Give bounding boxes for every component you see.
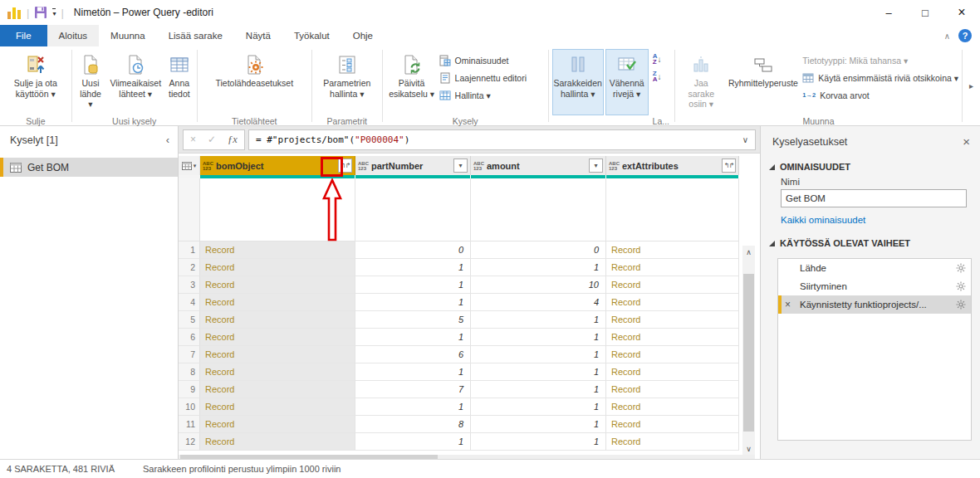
cell-partNumber[interactable]: 0 <box>355 241 471 259</box>
cell-bomObject[interactable]: Record <box>200 259 355 276</box>
cell-amount[interactable]: 1 <box>471 398 606 416</box>
recent-sources-button[interactable]: Viimeaikaiset lähteet ▾ <box>107 49 164 115</box>
cell-bomObject[interactable]: Record <box>200 311 355 329</box>
filter-dropdown-icon[interactable]: ▾ <box>453 159 468 173</box>
cell-bomObject[interactable]: Record <box>200 294 355 311</box>
ribbon-overflow-icon[interactable]: ▸ <box>963 46 980 125</box>
column-header-partNumber[interactable]: ABC123 partNumber ▾ <box>355 156 471 175</box>
cell-extAttributes[interactable]: Record <box>606 294 739 311</box>
cell-amount[interactable]: 1 <box>471 416 606 433</box>
advanced-editor-button[interactable]: Laajennettu editori <box>439 71 527 85</box>
cell-extAttributes[interactable]: Record <box>606 329 739 346</box>
enter-data-button[interactable]: Anna tiedot <box>165 49 194 115</box>
close-pane-icon[interactable]: × <box>963 134 970 149</box>
cell-amount[interactable]: 4 <box>471 294 606 311</box>
cell-partNumber[interactable]: 8 <box>355 416 471 433</box>
split-column-button[interactable]: Jaa sarake osiin ▾ <box>679 49 723 115</box>
minimize-button[interactable]: – <box>870 0 907 25</box>
scroll-up-icon[interactable]: ∧ <box>742 246 755 258</box>
collapse-pane-icon[interactable]: ‹ <box>166 134 169 146</box>
tab-ohje[interactable]: Ohje <box>341 25 385 46</box>
cell-extAttributes[interactable]: Record <box>606 259 739 276</box>
expand-column-icon[interactable]: ↰↱ <box>722 159 736 173</box>
cell-bomObject[interactable]: Record <box>200 363 355 381</box>
data-source-settings-button[interactable]: Tietolähdeasetukset <box>201 49 307 115</box>
tab-nayta[interactable]: Näytä <box>234 25 282 46</box>
group-by-button[interactable]: Ryhmittelyperuste <box>726 49 801 115</box>
cell-extAttributes[interactable]: Record <box>606 381 739 398</box>
scroll-down-icon[interactable]: ∨ <box>742 442 755 455</box>
filter-dropdown-icon[interactable]: ▾ <box>589 159 603 173</box>
reduce-rows-button[interactable]: Vähennä rivejä ▾ <box>605 49 649 115</box>
cell-partNumber[interactable]: 7 <box>355 381 471 398</box>
cancel-entry-icon[interactable]: × <box>190 134 196 145</box>
gear-icon[interactable] <box>956 300 966 310</box>
cell-extAttributes[interactable]: Record <box>606 276 739 294</box>
cell-extAttributes[interactable]: Record <box>606 433 739 451</box>
cell-amount[interactable]: 1 <box>471 346 606 363</box>
cell-bomObject[interactable]: Record <box>200 416 355 433</box>
applied-step[interactable]: Siirtyminen <box>778 277 971 295</box>
vertical-scrollbar[interactable]: ∧ ∨ <box>742 246 755 455</box>
gear-icon[interactable] <box>956 263 966 273</box>
data-type-icon[interactable]: ABC123 <box>358 161 369 171</box>
cell-partNumber[interactable]: 1 <box>355 398 471 416</box>
use-first-row-as-headers-button[interactable]: Käytä ensimmäistä riviä otsikkoina ▾ <box>802 71 958 85</box>
data-type-icon[interactable]: ABC123 <box>609 161 620 171</box>
tab-file[interactable]: File <box>0 25 47 46</box>
cell-amount[interactable]: 1 <box>471 433 606 451</box>
replace-values-button[interactable]: 1→2 Korvaa arvot <box>802 88 958 102</box>
tab-muunna[interactable]: Muunna <box>99 25 157 46</box>
save-icon[interactable] <box>34 6 47 19</box>
cell-extAttributes[interactable]: Record <box>606 241 739 259</box>
query-list-item[interactable]: Get BOM <box>0 158 178 177</box>
cell-partNumber[interactable]: 1 <box>355 363 471 381</box>
tab-tyokalut[interactable]: Työkalut <box>282 25 341 46</box>
formula-input[interactable]: = #"projects/bom"("P000004") ∨ <box>248 129 756 150</box>
commit-entry-icon[interactable]: ✓ <box>208 134 216 145</box>
cell-partNumber[interactable]: 6 <box>355 346 471 363</box>
maximize-button[interactable]: □ <box>907 0 943 25</box>
data-type-icon[interactable]: ABC123 <box>473 161 484 171</box>
sort-descending-icon[interactable]: ZA ↓ <box>653 71 662 82</box>
collapse-ribbon-icon[interactable]: ∧ <box>944 32 950 41</box>
applied-step[interactable]: Lähde <box>778 259 971 277</box>
cell-bomObject[interactable]: Record <box>200 433 355 451</box>
tab-aloitus[interactable]: Aloitus <box>47 25 100 46</box>
cell-partNumber[interactable]: 1 <box>355 433 471 451</box>
column-header-amount[interactable]: ABC123 amount ▾ <box>471 156 606 175</box>
delete-step-icon[interactable]: × <box>785 299 791 310</box>
cell-extAttributes[interactable]: Record <box>606 363 739 381</box>
tab-lisaa-sarake[interactable]: Lisää sarake <box>157 25 234 46</box>
data-type-button[interactable]: Tietotyyppi: Mikä tahansa ▾ <box>802 53 958 67</box>
cell-amount[interactable]: 1 <box>471 363 606 381</box>
refresh-preview-button[interactable]: Päivitä esikatselu ▾ <box>386 49 438 115</box>
scrollbar-thumb[interactable] <box>743 274 754 432</box>
cell-amount[interactable]: 1 <box>471 259 606 276</box>
sort-ascending-icon[interactable]: AZ ↓ <box>653 53 662 65</box>
manage-button[interactable]: Hallinta ▾ <box>439 88 527 102</box>
close-and-apply-button[interactable]: Sulje ja ota käyttöön ▾ <box>6 49 66 115</box>
cell-partNumber[interactable]: 1 <box>355 329 471 346</box>
cell-bomObject[interactable]: Record <box>200 276 355 294</box>
all-properties-link[interactable]: Kaikki ominaisuudet <box>761 207 980 227</box>
cell-bomObject[interactable]: Record <box>200 329 355 346</box>
cell-extAttributes[interactable]: Record <box>606 346 739 363</box>
cell-amount[interactable]: 0 <box>471 241 606 259</box>
cell-partNumber[interactable]: 5 <box>355 311 471 329</box>
table-corner-button[interactable]: ▾ <box>179 156 200 175</box>
close-button[interactable]: × <box>943 0 980 25</box>
cell-extAttributes[interactable]: Record <box>606 311 739 329</box>
cell-amount[interactable]: 1 <box>471 381 606 398</box>
manage-columns-button[interactable]: Sarakkeiden hallinta ▾ <box>552 49 604 115</box>
cell-bomObject[interactable]: Record <box>200 381 355 398</box>
properties-button[interactable]: Ominaisuudet <box>439 53 527 67</box>
cell-partNumber[interactable]: 1 <box>355 259 471 276</box>
cell-amount[interactable]: 1 <box>471 311 606 329</box>
cell-partNumber[interactable]: 1 <box>355 294 471 311</box>
section-expanded-icon[interactable] <box>769 164 775 170</box>
help-icon[interactable]: ? <box>958 29 972 42</box>
quick-access-dropdown-icon[interactable]: ▾ <box>52 8 56 17</box>
cell-amount[interactable]: 10 <box>471 276 606 294</box>
formula-expand-icon[interactable]: ∨ <box>742 135 748 144</box>
